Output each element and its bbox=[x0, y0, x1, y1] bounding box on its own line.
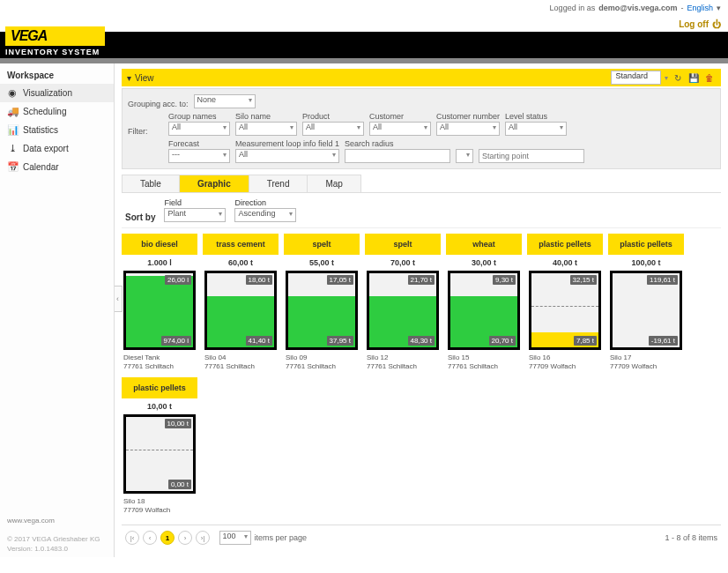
filter-silo-name[interactable]: All bbox=[235, 122, 297, 136]
tab-table[interactable]: Table bbox=[122, 175, 180, 192]
silo-location: Diesel Tank77761 Schiltach bbox=[122, 350, 197, 372]
tab-strip: TableGraphicTrendMap bbox=[122, 175, 721, 193]
brand-subtitle: INVENTORY SYSTEM bbox=[0, 46, 105, 58]
silo-top-value: 17,05 t bbox=[327, 275, 353, 285]
silo-name: plastic pellets bbox=[608, 234, 684, 255]
top-info-bar: Logged in as demo@vis.vega.com - English… bbox=[0, 0, 728, 16]
tab-trend[interactable]: Trend bbox=[249, 175, 308, 192]
pager-prev[interactable]: ‹ bbox=[143, 531, 157, 545]
sort-field-select[interactable]: Plant bbox=[164, 208, 226, 222]
silo-card[interactable]: bio diesel1.000 l26,00 l974,00 lDiesel T… bbox=[122, 234, 197, 372]
meas-select[interactable]: All bbox=[235, 149, 339, 163]
silo-bottom-value: 7,85 t bbox=[574, 336, 597, 346]
radius-input[interactable] bbox=[345, 149, 450, 163]
forecast-select[interactable]: --- bbox=[168, 149, 230, 163]
nav-icon: ◉ bbox=[7, 87, 18, 99]
sidebar-item-data-export[interactable]: ⤓Data export bbox=[0, 139, 114, 158]
sort-dir-select[interactable]: Ascending bbox=[234, 208, 296, 222]
save-icon[interactable]: 💾 bbox=[687, 71, 700, 84]
logged-in-label: Logged in as bbox=[550, 4, 596, 12]
nav-icon: 🚚 bbox=[7, 106, 18, 117]
view-label: View bbox=[135, 73, 154, 83]
sidebar-item-statistics[interactable]: 📊Statistics bbox=[0, 121, 114, 139]
view-bar: ▾ View Standard ▾ ↻ 💾 🗑 bbox=[122, 69, 721, 86]
silo-gauge: 17,05 t37,95 t bbox=[286, 271, 358, 350]
logoff-link[interactable]: Log off bbox=[679, 19, 709, 29]
silo-bottom-value: 20,70 t bbox=[489, 336, 516, 346]
pager-page[interactable]: 1 bbox=[160, 531, 175, 545]
silo-gauge: 10,00 t0,00 t bbox=[123, 414, 196, 494]
silo-name: bio diesel bbox=[122, 234, 197, 255]
nav-icon: ⤓ bbox=[7, 143, 18, 154]
sidebar-item-visualization[interactable]: ◉Visualization bbox=[0, 84, 114, 102]
pager-first[interactable]: |‹ bbox=[125, 531, 139, 545]
silo-gauge: 26,00 l974,00 l bbox=[123, 271, 196, 350]
silo-top-value: 10,00 t bbox=[165, 419, 191, 428]
silo-card[interactable]: spelt70,00 t21,70 t48,30 tSilo 1277761 S… bbox=[365, 234, 441, 372]
silo-capacity: 30,00 t bbox=[446, 255, 522, 271]
silo-bottom-value: 974,00 l bbox=[161, 336, 191, 346]
silo-capacity: 100,00 t bbox=[608, 255, 684, 271]
silo-card[interactable]: wheat30,00 t9,30 t20,70 tSilo 1577761 Sc… bbox=[446, 234, 522, 372]
silo-name: trass cement bbox=[203, 234, 279, 255]
chevron-down-icon[interactable]: ▾ bbox=[127, 73, 131, 83]
silo-grid: bio diesel1.000 l26,00 l974,00 lDiesel T… bbox=[122, 228, 721, 521]
sidebar-item-calendar[interactable]: 📅Calendar bbox=[0, 158, 114, 176]
nav-icon: 📅 bbox=[7, 161, 18, 173]
sort-row: Sort by Field Plant Direction Ascending bbox=[122, 193, 721, 228]
refresh-icon[interactable]: ↻ bbox=[672, 71, 684, 84]
silo-capacity: 40,00 t bbox=[527, 255, 603, 271]
filter-product[interactable]: All bbox=[302, 122, 364, 136]
language-link[interactable]: English bbox=[687, 4, 713, 12]
silo-bottom-value: 37,95 t bbox=[327, 336, 353, 346]
filter-label: Filter: bbox=[128, 127, 163, 136]
silo-top-value: 9,30 t bbox=[493, 275, 516, 285]
silo-card[interactable]: spelt55,00 t17,05 t37,95 tSilo 0977761 S… bbox=[284, 234, 360, 372]
silo-gauge: 119,61 t-19,61 t bbox=[610, 271, 682, 350]
silo-top-value: 18,60 t bbox=[246, 275, 272, 285]
view-preset-select[interactable]: Standard bbox=[611, 71, 661, 85]
pager-next[interactable]: › bbox=[178, 531, 192, 545]
sidebar: Workspace ◉Visualization🚚Scheduling📊Stat… bbox=[0, 63, 115, 557]
tab-graphic[interactable]: Graphic bbox=[179, 175, 249, 192]
silo-top-value: 26,00 l bbox=[165, 275, 191, 285]
silo-gauge: 32,15 t7,85 t bbox=[529, 271, 601, 350]
power-icon[interactable]: ⏻ bbox=[712, 19, 721, 29]
silo-name: wheat bbox=[446, 234, 522, 255]
silo-card[interactable]: plastic pellets40,00 t32,15 t7,85 tSilo … bbox=[527, 234, 603, 372]
silo-capacity: 70,00 t bbox=[365, 255, 441, 271]
pager-summary: 1 - 8 of 8 items bbox=[665, 533, 717, 542]
grouping-label: Grouping acc. to: bbox=[128, 100, 189, 108]
filter-level-status[interactable]: All bbox=[505, 122, 567, 136]
filter-customer-number[interactable]: All bbox=[436, 122, 500, 136]
silo-location: Silo 1277761 Schiltach bbox=[365, 350, 441, 372]
silo-bottom-value: 0,00 t bbox=[168, 480, 191, 489]
user-email: demo@vis.vega.com bbox=[598, 4, 677, 12]
silo-location: Silo 1677709 Wolfach bbox=[527, 350, 603, 372]
startpoint-input[interactable] bbox=[479, 149, 584, 163]
silo-location: Silo 1577761 Schiltach bbox=[446, 350, 522, 372]
filter-panel: Grouping acc. to: None Filter: Group nam… bbox=[122, 88, 721, 169]
tab-map[interactable]: Map bbox=[307, 175, 360, 192]
silo-name: plastic pellets bbox=[527, 234, 603, 255]
nav-icon: 📊 bbox=[7, 124, 18, 136]
silo-location: Silo 1777709 Wolfach bbox=[608, 350, 684, 372]
sidebar-collapse-handle[interactable]: ‹ bbox=[115, 286, 123, 312]
silo-card[interactable]: plastic pellets10,00 t10,00 t0,00 tSilo … bbox=[122, 377, 197, 516]
filter-customer[interactable]: All bbox=[369, 122, 431, 136]
page-size-select[interactable]: 100 bbox=[219, 531, 251, 545]
silo-bottom-value: -19,61 t bbox=[649, 336, 678, 346]
silo-capacity: 1.000 l bbox=[122, 255, 197, 271]
silo-card[interactable]: trass cement60,00 t18,60 t41,40 tSilo 04… bbox=[203, 234, 279, 372]
pager-last[interactable]: ›| bbox=[196, 531, 210, 545]
silo-bottom-value: 41,40 t bbox=[246, 336, 272, 346]
version: Version: 1.0.1483.0 bbox=[7, 545, 68, 553]
sidebar-item-scheduling[interactable]: 🚚Scheduling bbox=[0, 102, 114, 121]
copyright: © 2017 VEGA Grieshaber KG bbox=[7, 535, 100, 543]
filter-group-names[interactable]: All bbox=[168, 122, 230, 136]
footer-link[interactable]: www.vega.com bbox=[7, 517, 55, 525]
grouping-select[interactable]: None bbox=[194, 94, 256, 108]
silo-gauge: 9,30 t20,70 t bbox=[448, 271, 520, 350]
silo-card[interactable]: plastic pellets100,00 t119,61 t-19,61 tS… bbox=[608, 234, 684, 372]
delete-icon[interactable]: 🗑 bbox=[703, 71, 716, 84]
